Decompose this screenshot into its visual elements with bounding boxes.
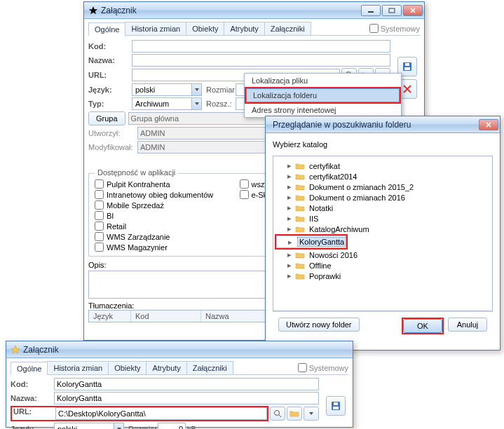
- th-jezyk: Język: [89, 311, 131, 322]
- chk-retail[interactable]: Retail: [95, 222, 240, 231]
- menu-web-address[interactable]: Adres strony intenetowej: [245, 103, 401, 117]
- tree-node[interactable]: ▸Dokument o zmianach 2016: [275, 192, 491, 203]
- browse-titlebar[interactable]: Przeglądanie w poszukiwaniu folderu: [266, 116, 500, 133]
- svg-rect-12: [334, 402, 338, 405]
- close-button[interactable]: [403, 5, 423, 16]
- tree-node[interactable]: ▸certyfikat2014: [275, 171, 491, 182]
- systemowy-check-2[interactable]: Systemowy: [295, 361, 348, 374]
- new-folder-button[interactable]: Utwórz nowy folder: [278, 318, 360, 332]
- expand-icon[interactable]: ▸: [286, 161, 293, 170]
- lbl-rozsz: Rozsz.:: [206, 100, 236, 108]
- expand-icon[interactable]: ▸: [286, 182, 293, 191]
- chk-pulpit[interactable]: Pulpit Kontrahenta: [95, 179, 240, 189]
- chk-intranet[interactable]: Intranetowy obieg dokumentów: [95, 190, 240, 199]
- star-icon: [11, 345, 20, 355]
- attachment-window-2: Załącznik Ogólne Historia zmian Obiekty …: [6, 341, 353, 428]
- titlebar[interactable]: Załącznik: [84, 2, 424, 19]
- ok-button[interactable]: OK: [403, 319, 442, 333]
- tree-node[interactable]: ▸certyfikat: [275, 161, 491, 171]
- lbl-url-2: URL:: [12, 407, 55, 420]
- cancel-button[interactable]: Anuluj: [448, 318, 487, 332]
- lbl-rozmiar-2: Rozmiar:: [128, 425, 158, 429]
- tab-attrs-2[interactable]: Atrybuty: [146, 361, 186, 374]
- rozmiar-input-2[interactable]: [158, 423, 186, 429]
- kod-input[interactable]: [132, 40, 390, 53]
- jezyk-select[interactable]: polski: [132, 83, 202, 96]
- tab-attach[interactable]: Załączniki: [264, 22, 311, 35]
- save-button-2[interactable]: [326, 396, 346, 416]
- tab-attrs[interactable]: Atrybuty: [224, 22, 264, 35]
- tree-node[interactable]: ▸Notatki: [275, 203, 491, 213]
- tree-node-selected[interactable]: ▸KoloryGantta: [276, 236, 346, 248]
- browse-folder-dialog: Przeglądanie w poszukiwaniu folderu Wybi…: [265, 116, 500, 350]
- lbl-rozmiar: Rozmiar:: [206, 86, 236, 94]
- tree-node[interactable]: ▸KatalogArchiwum: [275, 224, 491, 234]
- url-input-2[interactable]: [55, 407, 267, 420]
- lbl-kod: Kod:: [88, 42, 132, 50]
- tab-objects[interactable]: Obiekty: [186, 22, 224, 35]
- expand-icon[interactable]: ▸: [286, 250, 293, 259]
- svg-rect-2: [389, 8, 395, 13]
- svg-marker-10: [11, 345, 20, 353]
- jezyk-value: polski: [135, 86, 155, 94]
- tab-history-2[interactable]: Historia zmian: [47, 361, 109, 374]
- browse-close-button[interactable]: [479, 119, 498, 130]
- minimize-button[interactable]: [361, 5, 381, 16]
- tab-history[interactable]: Historia zmian: [125, 22, 186, 35]
- maximize-button[interactable]: [382, 5, 402, 16]
- titlebar-2[interactable]: Załącznik: [6, 341, 353, 358]
- expand-icon[interactable]: ▸: [288, 238, 292, 247]
- url-browse-button-2[interactable]: [270, 407, 285, 421]
- star-icon: [88, 6, 98, 15]
- grupa-label: Grupa: [96, 114, 118, 123]
- tab-general[interactable]: Ogólne: [88, 22, 125, 36]
- nazwa-input[interactable]: [132, 54, 390, 67]
- window2-title: Załącznik: [23, 345, 351, 355]
- lbl-nazwa-2: Nazwa:: [11, 394, 54, 402]
- tab-attach-2[interactable]: Załączniki: [186, 361, 233, 374]
- systemowy-label: Systemowy: [381, 25, 420, 33]
- browse-prompt: Wybierz katalog: [273, 140, 493, 149]
- lbl-jezyk: Język:: [88, 86, 132, 94]
- expand-icon[interactable]: ▸: [286, 224, 293, 233]
- url-menu-button-2[interactable]: [304, 407, 319, 421]
- typ-value: Archiwum: [135, 100, 169, 108]
- menu-file-location[interactable]: Lokalizacja pliku: [245, 74, 401, 88]
- url-dropdown-menu: Lokalizacja pliku Lokalizacja folderu Ad…: [244, 73, 402, 118]
- expand-icon[interactable]: ▸: [286, 172, 293, 181]
- svg-rect-5: [404, 67, 410, 70]
- tab-objects-2[interactable]: Obiekty: [108, 361, 147, 374]
- chk-bi[interactable]: BI: [95, 211, 240, 220]
- expand-icon[interactable]: ▸: [286, 261, 293, 270]
- chk-wmsm[interactable]: WMS Magazynier: [95, 243, 240, 252]
- browse-title: Przeglądanie w poszukiwaniu folderu: [273, 120, 477, 130]
- grupa-button[interactable]: Grupa: [88, 111, 125, 125]
- url-folder-button-2[interactable]: [287, 407, 302, 421]
- tab-general-2[interactable]: Ogólne: [11, 362, 48, 375]
- kod-input-2[interactable]: [54, 378, 319, 390]
- svg-rect-4: [405, 63, 409, 66]
- menu-folder-location[interactable]: Lokalizacja folderu: [246, 88, 400, 102]
- nazwa-input-2[interactable]: [54, 392, 319, 404]
- systemowy-check[interactable]: Systemowy: [367, 22, 420, 35]
- window-title: Załącznik: [101, 6, 360, 15]
- chk-mobile[interactable]: Mobile Sprzedaż: [95, 200, 240, 210]
- lbl-url: URL:: [88, 71, 132, 79]
- red-highlight-url: URL:: [11, 406, 268, 421]
- expand-icon[interactable]: ▸: [286, 193, 293, 202]
- jezyk-select-2[interactable]: polski: [54, 423, 124, 429]
- typ-select[interactable]: Archiwum: [132, 97, 202, 110]
- red-highlight-folder-loc: Lokalizacja folderu: [245, 87, 401, 104]
- side-toolbar-2: [325, 396, 346, 416]
- tree-node[interactable]: ▸Poprawki: [275, 271, 491, 281]
- rozmiar-unit: kB: [187, 425, 196, 429]
- chk-wmsz[interactable]: WMS Zarządzanie: [95, 232, 240, 241]
- expand-icon[interactable]: ▸: [286, 214, 293, 223]
- expand-icon[interactable]: ▸: [286, 271, 293, 280]
- tree-node[interactable]: ▸IIS: [275, 213, 491, 224]
- tree-node[interactable]: ▸Dokument o zmianach 2015_2: [275, 182, 491, 192]
- tree-node[interactable]: ▸Nowości 2016: [275, 250, 491, 260]
- tabs-2: Ogólne Historia zmian Obiekty Atrybuty Z…: [11, 361, 348, 375]
- expand-icon[interactable]: ▸: [286, 203, 293, 212]
- tree-node[interactable]: ▸Offline: [275, 260, 491, 271]
